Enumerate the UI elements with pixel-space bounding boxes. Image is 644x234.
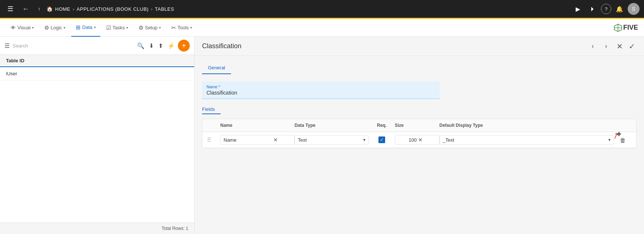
- fields-label[interactable]: Fields: [202, 106, 221, 114]
- name-field[interactable]: Name *: [202, 82, 440, 99]
- datatype-col-header: Data Type: [295, 123, 369, 128]
- upload-icon[interactable]: ⬆: [157, 41, 165, 51]
- breadcrumb: 🏠 HOME › APPLICATIONS (BOOK CLUB) › TABL…: [46, 6, 174, 12]
- top-navigation: ☰ ← ↑ 🏠 HOME › APPLICATIONS (BOOK CLUB) …: [0, 0, 644, 18]
- size-input[interactable]: [398, 137, 417, 143]
- up-icon[interactable]: ↑: [35, 4, 43, 13]
- nav-label-visual: Visual: [17, 25, 30, 30]
- size-clear-icon[interactable]: ✕: [418, 137, 423, 143]
- filter-icon[interactable]: ☰: [4, 42, 10, 49]
- size-col-header: Size: [395, 123, 439, 128]
- fields-table: Name Data Type Req. Size Default Display…: [202, 119, 637, 148]
- five-logo-icon: [614, 23, 622, 32]
- visual-icon: 👁: [10, 24, 16, 31]
- download-icon[interactable]: ⬇: [147, 41, 155, 51]
- prev-arrow[interactable]: ‹: [587, 40, 599, 52]
- nav-label-logic: Logic: [51, 25, 62, 30]
- add-button[interactable]: +: [178, 40, 190, 52]
- five-label: FIVE: [623, 24, 638, 32]
- tabs: General: [202, 62, 637, 74]
- field-datatype-select[interactable]: Text ▾: [295, 135, 369, 145]
- drag-handle[interactable]: ⠿: [207, 136, 220, 144]
- replay-icon[interactable]: ⏵: [586, 2, 599, 16]
- name-col-header: Name: [220, 123, 295, 128]
- nav-label-setup: Setup: [145, 25, 157, 30]
- form-group-name: Name *: [202, 82, 637, 99]
- data-icon: ⊞: [76, 24, 81, 31]
- menu-icon[interactable]: ☰: [4, 3, 16, 14]
- main-content: ☰ 🔍 ⬇ ⬆ ⚡ + Table ID iUser Total Rows: 1…: [0, 37, 644, 234]
- list-item[interactable]: iUser: [0, 67, 194, 80]
- field-datatype-cell: Text ▾: [295, 135, 369, 145]
- datatype-dropdown-arrow: ▾: [363, 137, 365, 142]
- table-row-name: iUser: [6, 71, 17, 76]
- field-req-cell: ✓: [369, 136, 395, 143]
- breadcrumb-sep2: ›: [151, 6, 153, 12]
- five-logo: FIVE: [614, 23, 638, 32]
- field-size-cell: ✕: [395, 135, 439, 145]
- search-icon[interactable]: 🔍: [136, 41, 146, 51]
- tab-general[interactable]: General: [202, 62, 231, 74]
- left-panel: ☰ 🔍 ⬇ ⬆ ⚡ + Table ID iUser Total Rows: 1: [0, 37, 195, 234]
- top-right-icons: ▶ ⏵ ? 🔔 S: [571, 2, 640, 16]
- req-col-header: Req.: [369, 123, 395, 128]
- fields-table-header: Name Data Type Req. Size Default Display…: [202, 119, 636, 132]
- table-row: ⠿ ✕ Text ▾ ✓: [202, 132, 636, 148]
- nav-item-tasks[interactable]: ☑ Tasks ▾: [102, 19, 133, 37]
- nav-label-tools: Tools: [178, 25, 189, 30]
- nav-item-data[interactable]: ⊞ Data ▾: [71, 19, 100, 37]
- table-id-label: Table ID: [6, 58, 25, 63]
- lightning-icon[interactable]: ⚡: [166, 41, 176, 51]
- confirm-icon[interactable]: ✓: [627, 40, 637, 52]
- field-display-select[interactable]: _Text ▾: [439, 135, 614, 145]
- close-icon[interactable]: ✕: [615, 40, 624, 52]
- datatype-value: Text: [298, 137, 362, 143]
- field-display-cell: _Text ▾: [439, 135, 614, 145]
- breadcrumb-sep1: ›: [73, 6, 75, 12]
- next-arrow[interactable]: ›: [600, 40, 612, 52]
- play-icon[interactable]: ▶: [571, 2, 585, 16]
- display-value: _Text: [443, 137, 607, 143]
- tasks-icon: ☑: [106, 24, 111, 31]
- notification-icon[interactable]: 🔔: [613, 2, 626, 16]
- tables-label[interactable]: TABLES: [155, 6, 174, 12]
- tasks-arrow: ▾: [126, 26, 128, 30]
- nav-item-tools[interactable]: ✂ Tools ▾: [167, 19, 196, 37]
- setup-arrow: ▾: [159, 26, 161, 30]
- size-input-wrapper[interactable]: ✕: [395, 135, 439, 145]
- table-id-header: Table ID: [0, 55, 194, 67]
- required-checkbox[interactable]: ✓: [378, 136, 385, 143]
- tools-icon: ✂: [171, 24, 176, 31]
- header-actions: ✕ ✓: [615, 40, 637, 52]
- field-actions-cell: ↗ + 🗑: [614, 136, 632, 144]
- nav-item-visual[interactable]: 👁 Visual ▾: [6, 19, 38, 37]
- field-name-input[interactable]: [224, 137, 272, 143]
- name-label: Name *: [206, 85, 435, 89]
- search-input[interactable]: [13, 43, 133, 49]
- display-col-header: Default Display Type: [439, 123, 614, 128]
- nav-label-tasks: Tasks: [113, 25, 125, 30]
- logic-icon: ⚙: [44, 24, 49, 31]
- home-label[interactable]: HOME: [55, 6, 71, 12]
- nav-label-data: Data: [82, 24, 92, 30]
- app-label[interactable]: APPLICATIONS (BOOK CLUB): [77, 6, 149, 12]
- back-icon[interactable]: ←: [19, 4, 32, 14]
- field-name-cell: ✕: [220, 135, 295, 145]
- setup-icon: ⚙: [139, 24, 143, 31]
- right-header: Classification ‹ › ✕ ✓: [195, 37, 644, 56]
- display-dropdown-arrow: ▾: [608, 137, 611, 142]
- logic-arrow: ▾: [64, 26, 65, 30]
- name-input[interactable]: [206, 90, 435, 96]
- right-panel: Classification ‹ › ✕ ✓ General Name *: [195, 37, 644, 234]
- tools-arrow: ▾: [190, 26, 192, 30]
- field-name-input-wrapper[interactable]: ✕: [220, 135, 295, 145]
- avatar[interactable]: S: [628, 3, 640, 15]
- second-navigation: 👁 Visual ▾ ⚙ Logic ▾ ⊞ Data ▾ ☑ Tasks ▾ …: [0, 19, 644, 37]
- nav-item-logic[interactable]: ⚙ Logic ▾: [40, 19, 70, 37]
- nav-item-setup[interactable]: ⚙ Setup ▾: [134, 19, 165, 37]
- add-field-button[interactable]: +: [617, 129, 621, 139]
- name-clear-icon[interactable]: ✕: [273, 137, 278, 143]
- data-arrow: ▾: [94, 25, 96, 29]
- help-icon[interactable]: ?: [601, 4, 611, 14]
- right-content: General Name * Fields Name Data Type Req…: [195, 56, 644, 234]
